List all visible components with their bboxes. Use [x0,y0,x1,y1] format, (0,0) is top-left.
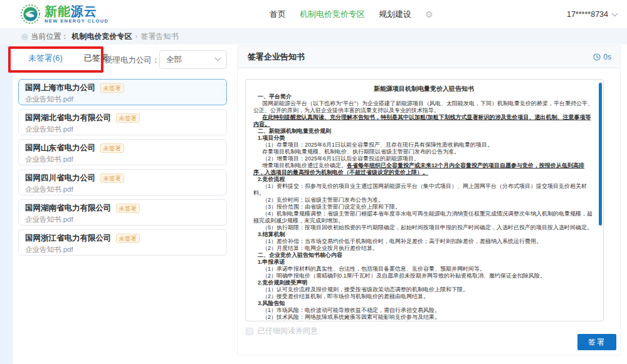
notice-document-scroll-area[interactable]: 新能源项目机制电量竞价入驻告知书一、平台简介国网新能源云平台（以下也称为“平台”… [245,79,604,321]
status-badge-unsigned: 未签署 [116,113,140,123]
document-line: （2）明确申报电价（需精确到0.1厘/千瓦时）及自愿承担未按期并网导致的补贴资格… [253,273,594,279]
clock-icon [593,53,601,61]
document-line: 存量项目机制电量规模、机制电价、执行期限以省级主管部门发布的公告为准。 [253,148,594,155]
document-line: （1）市场风险：电价波动可能导致收益不稳定，需自行承担交易风险。 [253,307,594,314]
document-line: 在此特别提醒您认真阅读、充分理解本告知书，特别是其中以加粗/加粗下划线方式显著标… [253,114,594,128]
document-line: （2）月度结算：电网企业按月执行差价结算。 [253,245,594,252]
company-list-item[interactable]: 国网四川省电力公司未签署企业告知书.pdf [18,169,227,195]
nav-item-bidding-zone[interactable]: 机制电价竞价专区 [300,9,365,20]
logo-text: 新能源云 NEW ENERGY CLOUD [45,5,108,24]
logo-cn-blue: 源云 [71,4,97,18]
company-name: 国网四川省电力公司 [25,173,96,184]
logo-subtitle: NEW ENERGY CLOUD [45,18,108,24]
agree-checkbox[interactable] [246,328,253,335]
company-file-name: 企业告知书.pdf [25,155,220,164]
timer-value: 0s [603,53,611,61]
status-badge-unsigned: 未签署 [116,234,140,243]
top-bar: 新能源云 NEW ENERGY CLOUD 首页 机制电价竞价专区 规划建设 ⚙… [0,0,627,28]
agree-checkbox-row[interactable]: 已仔细阅读并同意 [246,326,318,336]
document-line: （5）执行期限：按项目回收初始投资的平均期限确定，起始时间按项目申报的投产时间确… [253,224,594,231]
document-line: （4）机制电量规模调整：省级主管部门根据本省年度非水电可再生能源电力消纳责任权重… [253,211,594,224]
sign-notice-panel: 签署企业告知书 0s 新能源项目机制电量竞价入驻告知书一、平台简介国网新能源云平… [237,45,621,356]
breadcrumb-section[interactable]: 机制电价竞价专区 [71,31,132,42]
user-phone-masked: 17*****8734 [567,10,608,19]
company-file-name: 企业告知书.pdf [25,185,220,194]
document-line: （2）技术风险：网络故障或系统瘫痪等因素可能影响竞价参与及结果。 [253,314,594,321]
logo[interactable]: 新能源云 NEW ENERGY CLOUD [21,4,108,24]
company-name: 国网浙江省电力有限公司 [25,233,112,244]
main-nav: 首页 机制电价竞价专区 规划建设 ⚙ [270,0,433,28]
company-list-item[interactable]: 国网上海市电力公司未签署企业告知书.pdf [18,79,227,105]
page: 新能源云 NEW ENERGY CLOUD 首页 机制电价竞价专区 规划建设 ⚙… [0,0,627,364]
breadcrumb-prefix: 当前位置： [31,31,68,42]
document-line: （3）报价范围：由省级主管部门设定竞价上限和下限。 [253,204,594,211]
company-name: 国网湖南省电力有限公司 [25,203,112,214]
panel-header: 签署企业告知书 0s [238,46,620,68]
document-line: 1.申报承诺 [253,259,594,266]
company-file-name: 企业告知书.pdf [25,245,220,254]
company-name: 国网湖北省电力有限公司 [25,113,112,123]
power-company-select-value: 全部 [166,55,182,65]
tab-unsigned[interactable]: 未签署(6) [28,53,63,64]
document-line: （1）资料提交：拟参与竞价的项目业主通过国网新能源云平台（集中式项目）、网上国网… [253,183,594,197]
company-list-item[interactable]: 国网山东省电力公司未签署企业告知书.pdf [18,139,227,165]
document-line: （1）差价补偿：当市场交易均价低于机制电价时，电网补足差价；高于时则扣除差价，差… [253,238,594,245]
user-account[interactable]: 17*****8734 [567,0,617,28]
power-company-select[interactable]: 全部 [159,50,227,69]
breadcrumb-current: 签署告知书 [140,31,178,42]
logo-globe-icon [21,4,40,24]
status-badge-unsigned: 未签署 [100,174,125,183]
company-list: 国网上海市电力公司未签署企业告知书.pdf国网湖北省电力有限公司未签署企业告知书… [18,79,227,259]
document-line: 1.项目分类 [253,135,594,142]
document-line: （1）认可竞价流程及报价规则，接受按省级政策动态调整的机制电价上限和下限。 [253,286,594,293]
document-body: 新能源项目机制电量竞价入驻告知书一、平台简介国网新能源云平台（以下也称为“平台”… [253,85,594,321]
document-line: 二、新能源机制电量竞价规则 [253,128,594,135]
company-file-name: 企业告知书.pdf [25,95,220,104]
company-list-item[interactable]: 国网湖南省电力有限公司未签署企业告知书.pdf [18,199,227,226]
document-line: 一、平台简介 [253,93,594,100]
chevron-down-icon [612,10,618,16]
company-file-name: 企业告知书.pdf [25,125,220,134]
nav-item-planning[interactable]: 规划建设 [379,9,411,20]
sign-status-tabs: 未签署(6) 已签署 [28,53,108,64]
chevron-down-icon [215,55,221,61]
company-name: 国网上海市电力公司 [25,83,96,93]
document-line: 3.风险告知 [253,300,594,307]
left-background-strip [0,44,13,364]
document-line: （1）存量项目：2025年6月1日以前全容量投产、且存在现行具有保障性质收购电量… [253,142,594,148]
document-line: 2.竞价流程 [253,176,594,183]
panel-title: 签署企业告知书 [248,51,305,63]
document-title: 新能源项目机制电量竞价入驻告知书 [253,85,594,93]
document-line: （2）增量项目：2025年6月1日以后全容量投运的新能源项目。 [253,155,594,162]
company-file-name: 企业告知书.pdf [25,215,220,224]
breadcrumb-separator-icon: › [135,32,137,41]
document-line: （2）接受差价结算机制，即市场价与机制电价的差额由电网结算。 [253,293,594,300]
company-list-item[interactable]: 国网湖北省电力有限公司未签署企业告知书.pdf [18,109,227,135]
document-line: 二、企业竞价入驻告知书核心内容 [253,252,594,259]
document-line: 2.竞价规则接受声明 [253,279,594,286]
status-badge-unsigned: 未签署 [116,204,140,213]
document-line: 国网新能源云平台（以下也称为“平台”）为企业搭建了新能源项目（风电、太阳能发电，… [253,100,594,114]
document-line: （3）政策风险：法规调整可能影响电价机制，如消纳责任权重变化或绿证政策衔接。 [253,321,594,321]
read-timer: 0s [593,53,611,61]
breadcrumb: ◎ 当前位置： 机制电价竞价专区 › 签署告知书 [0,28,627,44]
filter-label: 受理电力公司： [105,55,160,66]
document-line: （1）承诺申报材料的真实性、合法性，包括项目备案信息、竞价容量、预期并网时间等。 [253,266,594,273]
company-name: 国网山东省电力公司 [25,143,96,153]
status-badge-unsigned: 未签署 [100,83,125,93]
sign-button[interactable]: 签署 [577,334,616,350]
settings-gear-icon[interactable]: ⚙ [425,9,433,19]
company-list-item[interactable]: 国网浙江省电力有限公司未签署企业告知书.pdf [18,229,227,256]
document-line: （2）竞价时间：以省级主管部门发布公告为准。 [253,197,594,204]
nav-item-home[interactable]: 首页 [270,9,286,20]
location-pin-icon: ◎ [21,32,28,41]
logo-cn-green: 新能 [45,4,71,18]
document-line: 3.结算机制 [253,231,594,238]
document-line: 增量项目机制电价通过竞价确定。各省每年组织已全容量投产或未来12个月内全容量投产… [253,162,594,176]
scrollbar-thumb[interactable] [599,83,602,226]
status-badge-unsigned: 未签署 [100,143,125,153]
agree-label: 已仔细阅读并同意 [258,326,318,336]
